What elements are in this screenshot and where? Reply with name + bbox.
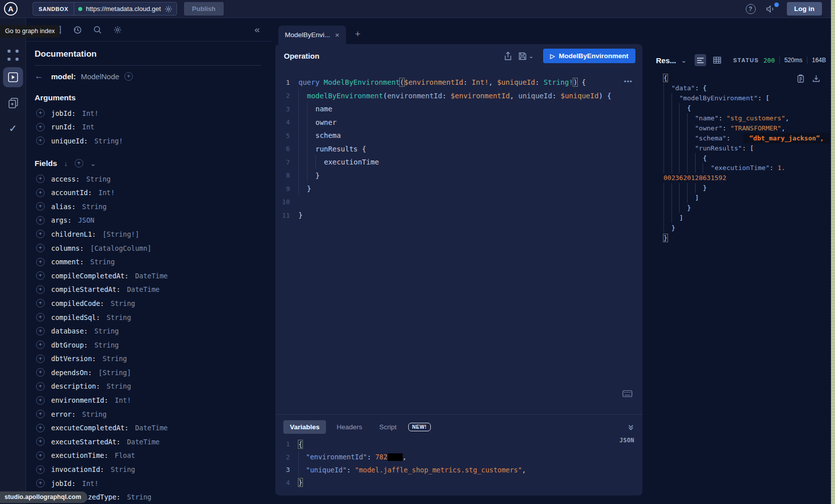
member-type[interactable]: String [102, 355, 127, 363]
add-to-query-icon[interactable]: + [36, 202, 45, 211]
download-response-icon[interactable] [812, 74, 820, 83]
back-arrow-icon[interactable]: ← [35, 71, 43, 81]
field-row[interactable]: +compiledSql:String [35, 310, 261, 324]
field-row[interactable]: +dbtVersion:String [35, 352, 261, 366]
graph-index-icon[interactable] [7, 49, 19, 61]
member-type[interactable]: String [90, 258, 115, 266]
field-row[interactable]: +args:JSON [35, 214, 261, 228]
field-row[interactable]: +access:String [35, 172, 261, 186]
member-type[interactable]: String [94, 341, 119, 349]
member-type[interactable]: String [82, 203, 107, 211]
response-view-table-toggle[interactable] [711, 54, 723, 66]
field-row[interactable]: +invocationId:String [35, 462, 261, 476]
member-type[interactable]: Int [82, 123, 94, 131]
field-row[interactable]: +executionTime:Float [35, 449, 261, 463]
member-type[interactable]: String [94, 327, 119, 335]
member-type[interactable]: String [107, 313, 131, 321]
save-icon[interactable] [519, 52, 527, 60]
field-row[interactable]: +executeStartedAt:DateTime [35, 435, 261, 449]
run-operation-button[interactable]: ▷ ModelByEnvironment [543, 49, 635, 63]
add-to-query-icon[interactable]: + [36, 437, 45, 446]
member-type[interactable]: String! [94, 137, 123, 145]
argument-row[interactable]: +runId:Int [35, 120, 261, 134]
member-type[interactable]: String [111, 465, 135, 473]
tab-modelbyenvironment[interactable]: ModelByEnvi... × [278, 26, 346, 44]
add-to-query-icon[interactable]: + [36, 341, 45, 349]
keyboard-shortcuts-icon[interactable] [622, 390, 632, 397]
tab-variables[interactable]: Variables [283, 420, 326, 434]
operation-editor[interactable]: ••• 1query ModelByEnvironment($environme… [275, 68, 642, 414]
member-type[interactable]: String [111, 299, 135, 307]
add-to-query-icon[interactable]: + [36, 109, 45, 117]
member-type[interactable]: Int! [82, 109, 99, 117]
member-type[interactable]: String [86, 175, 111, 183]
copy-response-icon[interactable] [797, 74, 804, 83]
field-row[interactable]: +accountId:Int! [35, 186, 261, 200]
search-icon[interactable] [93, 26, 102, 34]
member-type[interactable]: String [82, 410, 107, 418]
apollo-logo[interactable]: A [4, 2, 18, 16]
tab-headers[interactable]: Headers [330, 420, 369, 434]
fields-chevron-down-icon[interactable]: ⌄ [90, 159, 96, 167]
settings-gear-icon[interactable] [113, 26, 122, 34]
field-row[interactable]: +jobId:Int! [35, 476, 261, 490]
field-row[interactable]: +description:String [35, 380, 261, 394]
response-chevron-down-icon[interactable]: ⌄ [681, 57, 687, 64]
member-type[interactable]: Float [115, 451, 135, 459]
breadcrumb-type-link[interactable]: ModelNode [81, 72, 119, 81]
add-to-query-icon[interactable]: + [36, 230, 45, 238]
field-row[interactable]: +environmentId:Int! [35, 393, 261, 407]
add-to-query-icon[interactable]: + [36, 424, 45, 432]
add-type-to-query-icon[interactable]: + [124, 72, 133, 81]
field-row[interactable]: +columns:[CatalogColumn] [35, 241, 261, 255]
add-to-query-icon[interactable]: + [36, 465, 45, 474]
argument-row[interactable]: +uniqueId:String! [35, 134, 261, 148]
argument-row[interactable]: +jobId:Int! [35, 106, 261, 120]
add-to-query-icon[interactable]: + [36, 451, 45, 460]
field-row[interactable]: +childrenL1:[String!] [35, 227, 261, 241]
member-type[interactable]: Int! [115, 396, 131, 404]
history-icon[interactable] [73, 26, 82, 34]
collapse-sidebar-icon[interactable]: « [254, 24, 260, 35]
close-tab-icon[interactable]: × [335, 31, 340, 39]
field-row[interactable]: +compiledCode:String [35, 296, 261, 310]
field-row[interactable]: +error:String [35, 407, 261, 421]
field-row[interactable]: +comment:String [35, 255, 261, 269]
schema-nav-item[interactable] [0, 97, 26, 109]
field-row[interactable]: +compileCompletedAt:DateTime [35, 269, 261, 283]
member-type[interactable]: Int! [82, 479, 99, 487]
add-to-query-icon[interactable]: + [36, 136, 45, 145]
add-to-query-icon[interactable]: + [36, 382, 45, 391]
save-chevron-down-icon[interactable]: ⌄ [529, 53, 534, 60]
tab-script[interactable]: Script [373, 420, 403, 434]
add-to-query-icon[interactable]: + [36, 123, 45, 131]
checks-nav-item[interactable]: ✓ [0, 122, 26, 134]
editor-overflow-menu[interactable]: ••• [624, 78, 632, 85]
add-to-query-icon[interactable]: + [36, 258, 45, 266]
field-row[interactable]: +alias:String [35, 200, 261, 214]
add-to-query-icon[interactable]: + [36, 479, 45, 487]
member-type[interactable]: Int! [98, 189, 115, 197]
field-row[interactable]: +database:String [35, 324, 261, 338]
add-to-query-icon[interactable]: + [36, 244, 45, 252]
member-type[interactable]: [CatalogColumn] [90, 244, 151, 252]
member-type[interactable]: DateTime [135, 424, 168, 432]
add-to-query-icon[interactable]: + [36, 299, 45, 307]
response-view-raw-toggle[interactable] [695, 54, 707, 66]
field-row[interactable]: +compileStartedAt:DateTime [35, 283, 261, 297]
member-type[interactable]: [String!] [102, 230, 139, 238]
sort-fields-icon[interactable]: ↓ [64, 159, 68, 167]
share-icon[interactable] [504, 52, 512, 61]
new-tab-button[interactable]: + [355, 29, 361, 40]
variables-editor[interactable]: JSON 1{2"environmentId": 782,3"uniqueId"… [275, 438, 642, 489]
member-type[interactable]: String [107, 382, 131, 390]
explorer-nav-item[interactable] [3, 67, 23, 87]
member-type[interactable]: JSON [78, 216, 95, 224]
publish-button[interactable]: Publish [184, 2, 224, 16]
response-json-viewer[interactable]: {"data": {"modelByEnvironment": [{"name"… [663, 73, 831, 243]
add-to-query-icon[interactable]: + [36, 327, 45, 335]
add-to-query-icon[interactable]: + [36, 313, 45, 321]
help-icon[interactable]: ? [746, 4, 756, 14]
member-type[interactable]: DateTime [127, 438, 159, 446]
field-row[interactable]: +executeCompletedAt:DateTime [35, 421, 261, 435]
